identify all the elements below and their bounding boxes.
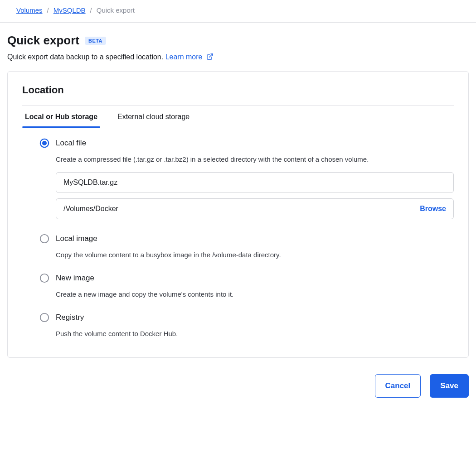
option-new-image: New image Create a new image and copy th…	[39, 273, 454, 298]
breadcrumb: Volumes / MySQLDB / Quick export	[0, 0, 476, 23]
breadcrumb-separator: /	[47, 6, 49, 14]
radio-selected-icon	[39, 138, 49, 148]
radio-new-image[interactable]: New image	[39, 273, 454, 283]
svg-point-2	[42, 141, 47, 145]
option-label: New image	[56, 274, 94, 283]
location-card: Location Local or Hub storage External c…	[7, 71, 469, 358]
svg-point-3	[40, 235, 49, 243]
storage-tabs: Local or Hub storage External cloud stor…	[22, 106, 454, 127]
radio-local-image[interactable]: Local image	[39, 234, 454, 244]
radio-unselected-icon	[39, 273, 49, 283]
subtitle-text: Quick export data backup to a specified …	[7, 53, 165, 61]
option-local-file: Local file Create a compressed file (.ta…	[39, 138, 454, 219]
cancel-button[interactable]: Cancel	[375, 374, 421, 398]
option-registry: Registry Push the volume content to Dock…	[39, 313, 454, 337]
page-subtitle: Quick export data backup to a specified …	[7, 53, 469, 62]
tab-external-cloud-storage[interactable]: External cloud storage	[115, 108, 192, 127]
option-description: Copy the volume content to a busybox ima…	[39, 244, 454, 259]
option-description: Create a new image and copy the volume's…	[39, 283, 454, 298]
radio-registry[interactable]: Registry	[39, 313, 454, 322]
save-button[interactable]: Save	[430, 374, 469, 398]
option-label: Local file	[56, 139, 86, 148]
breadcrumb-separator: /	[90, 6, 92, 14]
location-title: Location	[22, 84, 454, 96]
tab-local-hub-storage[interactable]: Local or Hub storage	[22, 108, 100, 127]
radio-unselected-icon	[39, 234, 49, 244]
learn-more-link[interactable]: Learn more	[165, 53, 214, 61]
radio-local-file[interactable]: Local file	[39, 138, 454, 148]
external-link-icon	[206, 53, 214, 62]
filename-value: MySQLDB.tar.gz	[63, 178, 117, 187]
browse-button[interactable]: Browse	[420, 205, 446, 213]
svg-point-4	[40, 274, 49, 282]
option-label: Local image	[56, 234, 97, 243]
option-local-image: Local image Copy the volume content to a…	[39, 234, 454, 259]
filename-input[interactable]: MySQLDB.tar.gz	[56, 172, 454, 193]
option-label: Registry	[56, 313, 84, 322]
breadcrumb-volumes-link[interactable]: Volumes	[16, 6, 43, 14]
svg-point-5	[40, 313, 49, 322]
svg-line-0	[209, 54, 213, 57]
path-value: /Volumes/Docker	[63, 205, 118, 213]
breadcrumb-current: Quick export	[97, 6, 135, 14]
page-title: Quick export	[7, 34, 79, 48]
footer-actions: Cancel Save	[0, 365, 476, 405]
learn-more-label: Learn more	[165, 53, 203, 61]
beta-badge: BETA	[85, 37, 106, 45]
breadcrumb-db-link[interactable]: MySQLDB	[53, 6, 86, 14]
option-description: Create a compressed file (.tar.gz or .ta…	[39, 148, 454, 163]
radio-unselected-icon	[39, 313, 49, 322]
path-input[interactable]: /Volumes/Docker Browse	[56, 198, 454, 219]
option-description: Push the volume content to Docker Hub.	[39, 322, 454, 337]
